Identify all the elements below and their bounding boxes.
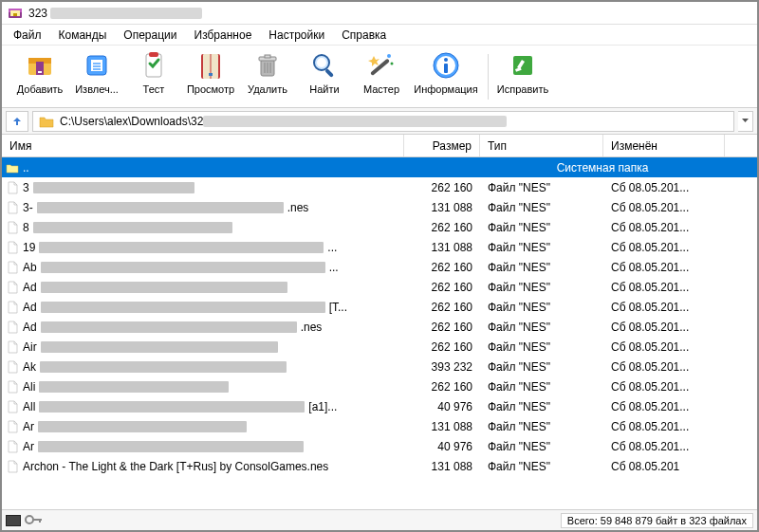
- file-row[interactable]: 19...131 088Файл "NES"Сб 08.05.201...: [2, 237, 757, 257]
- title-obscured: [50, 8, 202, 19]
- file-type: Файл "NES": [480, 221, 603, 234]
- file-name-obscured: [41, 341, 278, 353]
- info-button[interactable]: Информация: [410, 48, 482, 105]
- status-total: Всего: 59 848 879 байт в 323 файлах: [561, 513, 753, 528]
- file-icon: [6, 301, 19, 314]
- file-name-suffix: ...: [329, 261, 339, 274]
- file-size: 131 088: [404, 201, 480, 214]
- view-button[interactable]: Просмотр: [182, 48, 239, 105]
- file-modified: Сб 08.05.201...: [603, 360, 725, 374]
- folder-icon: [39, 114, 54, 129]
- file-size: 262 160: [404, 301, 480, 314]
- file-size: 393 232: [404, 360, 480, 374]
- svg-rect-28: [513, 56, 532, 75]
- svg-rect-11: [149, 52, 158, 57]
- file-name-obscured: [41, 302, 325, 313]
- file-icon: [6, 420, 19, 433]
- file-row[interactable]: Ar131 088Файл "NES"Сб 08.05.201...: [2, 416, 757, 436]
- file-row[interactable]: Ad.nes262 160Файл "NES"Сб 08.05.201...: [2, 317, 757, 337]
- menu-file[interactable]: Файл: [6, 27, 49, 44]
- disk-icon: [6, 515, 21, 526]
- file-type: Файл "NES": [480, 460, 603, 473]
- file-list[interactable]: .. Системная папка 3262 160Файл "NES"Сб …: [2, 157, 757, 509]
- file-row[interactable]: Ali262 160Файл "NES"Сб 08.05.201...: [2, 376, 757, 396]
- svg-rect-27: [444, 64, 448, 73]
- column-name[interactable]: Имя: [2, 135, 404, 156]
- find-button[interactable]: Найти: [296, 48, 353, 105]
- file-row[interactable]: 3-.nes131 088Файл "NES"Сб 08.05.201...: [2, 197, 757, 217]
- menu-help[interactable]: Справка: [334, 27, 394, 44]
- extract-button[interactable]: Извлеч...: [68, 48, 125, 105]
- menu-commands[interactable]: Команды: [51, 27, 115, 44]
- column-modified[interactable]: Изменён: [603, 135, 725, 156]
- file-modified: Сб 08.05.201...: [603, 420, 725, 433]
- view-icon: [195, 50, 226, 81]
- file-row[interactable]: Archon - The Light & the Dark [T+Rus] by…: [2, 456, 757, 476]
- file-modified: Сб 08.05.201...: [603, 400, 725, 413]
- file-row[interactable]: 3262 160Файл "NES"Сб 08.05.201...: [2, 177, 757, 197]
- file-name-obscured: [39, 381, 229, 393]
- file-name: 3-: [23, 201, 33, 214]
- file-type: Файл "NES": [480, 321, 603, 334]
- address-obscured: [203, 116, 507, 127]
- file-type: Файл "NES": [480, 281, 603, 294]
- file-name: 3: [23, 181, 29, 194]
- file-modified: Сб 08.05.201...: [603, 301, 725, 314]
- up-button[interactable]: [6, 111, 28, 132]
- file-type: Файл "NES": [480, 420, 603, 433]
- file-size: 131 088: [404, 241, 480, 254]
- file-name: Ar: [23, 440, 34, 453]
- menu-operations[interactable]: Операции: [116, 27, 184, 44]
- file-size: 262 160: [404, 340, 480, 354]
- file-modified: Сб 08.05.201...: [603, 321, 725, 334]
- file-row[interactable]: Ad [T...262 160Файл "NES"Сб 08.05.201...: [2, 297, 757, 317]
- file-name: All: [23, 400, 35, 413]
- wand-icon: [366, 50, 397, 81]
- file-name: 19: [23, 241, 35, 254]
- test-button[interactable]: Тест: [125, 48, 182, 105]
- list-cutoff: [2, 502, 757, 509]
- svg-rect-3: [13, 13, 17, 16]
- file-icon: [6, 261, 19, 274]
- repair-icon: [508, 50, 538, 81]
- repair-button[interactable]: Исправить: [494, 48, 551, 105]
- svg-point-26: [444, 58, 448, 62]
- file-name-suffix: ...: [327, 241, 337, 254]
- file-type: Файл "NES": [480, 241, 603, 254]
- svg-rect-7: [38, 71, 42, 73]
- file-name: Air: [23, 340, 37, 354]
- delete-button[interactable]: Удалить: [239, 48, 296, 105]
- list-header: Имя Размер Тип Изменён: [2, 135, 757, 157]
- address-dropdown[interactable]: [738, 111, 753, 132]
- file-size: 262 160: [404, 181, 480, 194]
- file-name: Ad: [23, 281, 37, 294]
- file-row[interactable]: Ab...262 160Файл "NES"Сб 08.05.201...: [2, 257, 757, 277]
- key-icon: [25, 514, 44, 527]
- file-name: Ad: [23, 321, 37, 334]
- file-row[interactable]: 8262 160Файл "NES"Сб 08.05.201...: [2, 217, 757, 237]
- file-type: Файл "NES": [480, 261, 603, 274]
- file-row[interactable]: Ak393 232Файл "NES"Сб 08.05.201...: [2, 357, 757, 376]
- column-size[interactable]: Размер: [404, 135, 480, 156]
- file-row[interactable]: Air262 160Файл "NES"Сб 08.05.201...: [2, 337, 757, 357]
- file-name-obscured: [41, 262, 325, 273]
- file-modified: Сб 08.05.201...: [603, 261, 725, 274]
- parent-folder-row[interactable]: .. Системная папка: [2, 157, 757, 177]
- file-name-obscured: [33, 222, 232, 233]
- folder-up-icon: [6, 161, 19, 174]
- wizard-button[interactable]: Мастер: [353, 48, 410, 105]
- file-name-suffix: .nes: [287, 201, 309, 214]
- add-button[interactable]: Добавить: [11, 48, 68, 105]
- column-type[interactable]: Тип: [480, 135, 603, 156]
- svg-rect-32: [39, 519, 41, 523]
- file-row[interactable]: All [a1]...40 976Файл "NES"Сб 08.05.201.…: [2, 396, 757, 416]
- address-input[interactable]: C:\Users\alex\Downloads\32: [32, 111, 734, 132]
- file-size: 131 088: [404, 460, 480, 473]
- menu-options[interactable]: Настройки: [261, 27, 332, 44]
- file-icon: [6, 221, 19, 234]
- file-row[interactable]: Ad262 160Файл "NES"Сб 08.05.201...: [2, 277, 757, 297]
- app-icon: [8, 6, 23, 21]
- file-row[interactable]: Ar40 976Файл "NES"Сб 08.05.201...: [2, 436, 757, 456]
- menu-favorites[interactable]: Избранное: [187, 27, 260, 44]
- file-modified: Сб 08.05.201...: [603, 380, 725, 394]
